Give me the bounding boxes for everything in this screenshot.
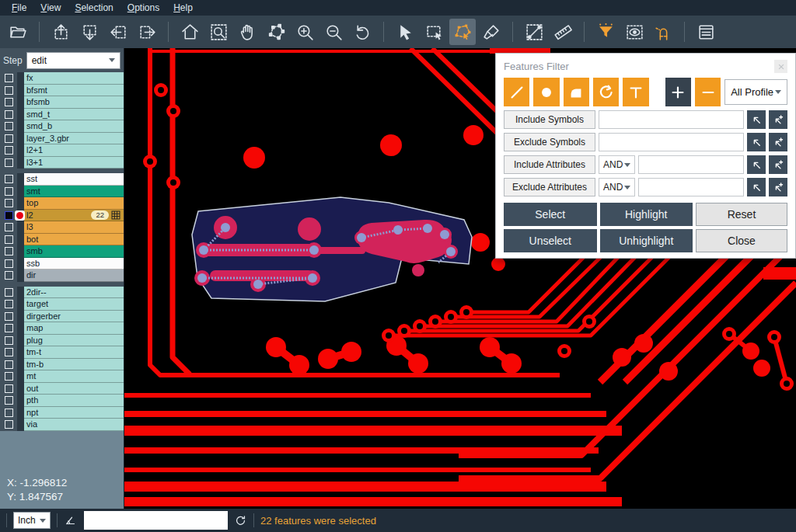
home-view-button[interactable]: [176, 19, 203, 45]
angle-measure-icon[interactable]: [64, 513, 78, 527]
layer-visibility-checkbox[interactable]: [0, 173, 17, 186]
layer-visibility-checkbox[interactable]: [0, 245, 17, 258]
layer-visibility-checkbox[interactable]: [0, 234, 17, 246]
layer-row-map[interactable]: map: [0, 322, 124, 335]
select-rect-button[interactable]: [421, 19, 447, 45]
layer-visibility-checkbox[interactable]: [0, 258, 17, 270]
send-up-button[interactable]: [47, 19, 74, 45]
view-options-button[interactable]: [621, 19, 648, 45]
menu-options[interactable]: Options: [120, 0, 166, 16]
layer-row-l3[interactable]: l3: [0, 221, 124, 234]
layer-visibility-checkbox[interactable]: [0, 221, 17, 234]
layer-row-l3+1[interactable]: l3+1: [0, 157, 124, 169]
layer-row-ssb[interactable]: ssb: [0, 258, 124, 270]
layer-row-bfsmb[interactable]: bfsmb: [0, 96, 124, 109]
pick-add-button[interactable]: [769, 133, 787, 151]
layer-row-smb[interactable]: smb: [0, 245, 124, 258]
layer-visibility-checkbox[interactable]: [0, 96, 17, 109]
layer-visibility-checkbox[interactable]: [0, 370, 17, 383]
layer-name[interactable]: smb: [24, 245, 124, 258]
zoom-out-button[interactable]: [320, 19, 347, 45]
pick-from-canvas-button[interactable]: [747, 110, 766, 129]
layer-name[interactable]: tm-b: [24, 359, 124, 371]
layer-name[interactable]: smd_b: [24, 120, 124, 133]
surface-tool-button[interactable]: [564, 78, 589, 106]
refresh-icon[interactable]: [234, 514, 247, 527]
menu-help[interactable]: Help: [166, 0, 200, 16]
layer-name[interactable]: via: [24, 419, 124, 431]
layer-row-smt[interactable]: smt: [0, 186, 124, 198]
layer-visibility-checkbox[interactable]: [0, 186, 17, 198]
layer-row-sst[interactable]: sst: [0, 173, 124, 186]
features-filter-button[interactable]: [592, 19, 619, 45]
select-arrow-button[interactable]: [392, 19, 418, 45]
layer-name[interactable]: ssb: [24, 258, 124, 270]
layer-visibility-checkbox[interactable]: [0, 359, 17, 371]
dialog-title-bar[interactable]: Features Filter: [504, 59, 787, 74]
layer-name[interactable]: l3: [24, 221, 124, 234]
layer-row-fx[interactable]: fx: [0, 72, 124, 85]
layer-visibility-checkbox[interactable]: [0, 395, 17, 407]
layer-row-dirgerber[interactable]: dirgerber: [0, 311, 124, 323]
layer-name[interactable]: out: [24, 383, 124, 395]
layer-name[interactable]: smd_t: [24, 109, 124, 121]
layer-name[interactable]: npt: [24, 407, 124, 419]
layer-row-via[interactable]: via: [0, 419, 124, 431]
include-attributes-operator-select[interactable]: AND: [599, 155, 635, 174]
layer-name[interactable]: mt: [24, 370, 124, 383]
feature-panel-button[interactable]: [693, 19, 719, 45]
layer-row-out[interactable]: out: [0, 383, 124, 395]
layer-name[interactable]: tm-t: [24, 346, 124, 359]
layer-name[interactable]: bot: [24, 234, 124, 246]
layer-name[interactable]: top: [24, 197, 124, 210]
select-polygon-button[interactable]: [449, 19, 476, 45]
layer-visibility-checkbox[interactable]: [0, 157, 17, 169]
layer-visibility-checkbox[interactable]: [0, 311, 17, 323]
exclude-symbols-button[interactable]: Exclude Symbols: [504, 133, 595, 151]
exclude-attributes-input[interactable]: [638, 178, 744, 196]
command-input[interactable]: [84, 511, 228, 530]
send-down-button[interactable]: [76, 19, 103, 45]
snap-magnet-button[interactable]: [650, 19, 676, 45]
layer-visibility-checkbox[interactable]: [0, 419, 17, 431]
layer-visibility-checkbox[interactable]: [0, 72, 17, 85]
layer-row-dir[interactable]: dir: [0, 269, 124, 282]
highlight-button[interactable]: Highlight: [600, 203, 693, 226]
menu-view[interactable]: View: [33, 0, 68, 16]
zoom-previous-button[interactable]: [349, 19, 375, 45]
layer-name[interactable]: pth: [24, 395, 124, 407]
layer-visibility-checkbox[interactable]: [0, 85, 17, 97]
pick-from-canvas-button[interactable]: [747, 155, 766, 174]
layer-row-pth[interactable]: pth: [0, 395, 124, 407]
layer-row-top[interactable]: top: [0, 197, 124, 210]
layer-row-layer_3.gbr[interactable]: layer_3.gbr: [0, 133, 124, 145]
grid-icon[interactable]: [111, 210, 121, 220]
include-attributes-button[interactable]: Include Attributes: [504, 155, 595, 174]
include-symbols-button[interactable]: Include Symbols: [504, 110, 595, 129]
layer-row-smd_t[interactable]: smd_t: [0, 109, 124, 121]
layer-name[interactable]: l222: [24, 210, 124, 222]
layer-name[interactable]: plug: [24, 335, 124, 347]
layer-visibility-checkbox[interactable]: [0, 144, 17, 157]
exclude-symbols-input[interactable]: [599, 133, 744, 151]
include-attributes-input[interactable]: [638, 155, 744, 174]
unit-select[interactable]: Inch: [13, 512, 51, 529]
step-select[interactable]: edit: [26, 52, 120, 69]
text-tool-button[interactable]: [623, 78, 648, 106]
send-left-button[interactable]: [105, 19, 131, 45]
layer-visibility-checkbox[interactable]: [0, 109, 17, 121]
menu-file[interactable]: File: [5, 0, 33, 16]
layer-row-mt[interactable]: mt: [0, 370, 124, 383]
exclude-attributes-button[interactable]: Exclude Attributes: [504, 178, 595, 196]
pick-add-button[interactable]: [769, 178, 787, 196]
layer-row-tm-b[interactable]: tm-b: [0, 359, 124, 371]
clean-brush-button[interactable]: [478, 19, 504, 45]
reset-button[interactable]: Reset: [696, 203, 787, 226]
layer-visibility-checkbox[interactable]: [0, 269, 17, 282]
layer-row-bfsmt[interactable]: bfsmt: [0, 85, 124, 97]
layer-name[interactable]: smt: [24, 186, 124, 198]
layer-row-bot[interactable]: bot: [0, 234, 124, 246]
layer-visibility-checkbox[interactable]: [0, 335, 17, 347]
layer-name[interactable]: dirgerber: [24, 311, 124, 323]
layer-visibility-checkbox[interactable]: [0, 298, 17, 311]
